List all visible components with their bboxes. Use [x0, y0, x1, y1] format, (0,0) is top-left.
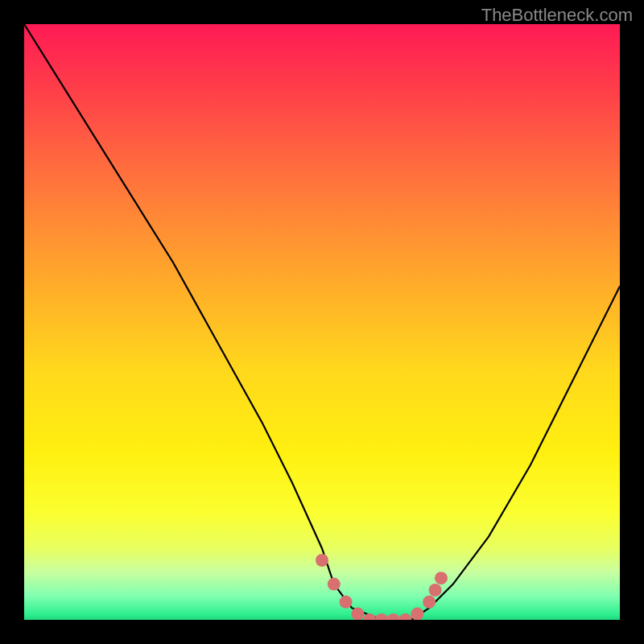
highlight-marker [328, 578, 341, 591]
highlight-marker [316, 554, 328, 567]
highlight-marker [423, 596, 436, 609]
chart-plot-area [24, 24, 620, 620]
highlight-marker [435, 572, 448, 584]
highlight-marker [375, 613, 388, 620]
bottleneck-curve-line [24, 24, 620, 620]
highlight-marker [411, 608, 423, 620]
highlight-marker [429, 584, 442, 597]
highlight-marker [351, 608, 364, 620]
highlight-marker [387, 613, 400, 620]
watermark-text: TheBottleneck.com [481, 5, 633, 26]
highlight-marker [399, 613, 412, 620]
chart-svg [24, 24, 620, 620]
highlight-marker [340, 596, 353, 609]
highlight-marker [363, 613, 376, 620]
